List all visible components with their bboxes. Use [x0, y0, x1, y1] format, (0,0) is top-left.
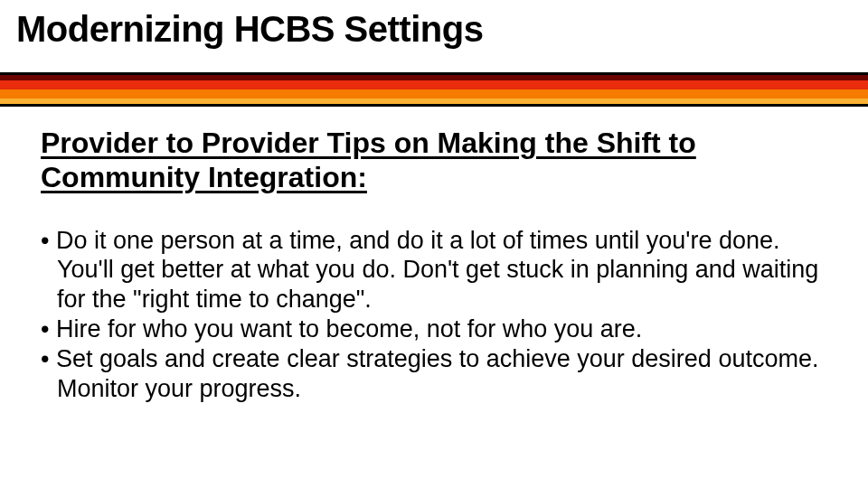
- band-orange: [0, 89, 868, 99]
- band-red: [0, 80, 868, 89]
- section-heading: Provider to Provider Tips on Making the …: [41, 127, 827, 195]
- bullet-text: Set goals and create clear strategies to…: [56, 345, 818, 402]
- content-area: Provider to Provider Tips on Making the …: [41, 127, 827, 404]
- slide-title: Modernizing HCBS Settings: [16, 9, 483, 50]
- bullet-text: Do it one person at a time, and do it a …: [56, 227, 818, 314]
- accent-band: [0, 72, 868, 108]
- bullet-text: Hire for who you want to become, not for…: [56, 315, 642, 343]
- bullet-item-1: • Do it one person at a time, and do it …: [41, 226, 827, 315]
- bullet-list: • Do it one person at a time, and do it …: [41, 226, 827, 405]
- slide: Modernizing HCBS Settings Provider to Pr…: [0, 0, 868, 488]
- bullet-glyph: •: [41, 345, 56, 372]
- bullet-item-2: • Hire for who you want to become, not f…: [41, 314, 827, 344]
- band-black-bottom: [0, 104, 868, 107]
- bullet-glyph: •: [41, 227, 56, 254]
- bullet-item-3: • Set goals and create clear strategies …: [41, 344, 827, 404]
- bullet-glyph: •: [41, 315, 56, 343]
